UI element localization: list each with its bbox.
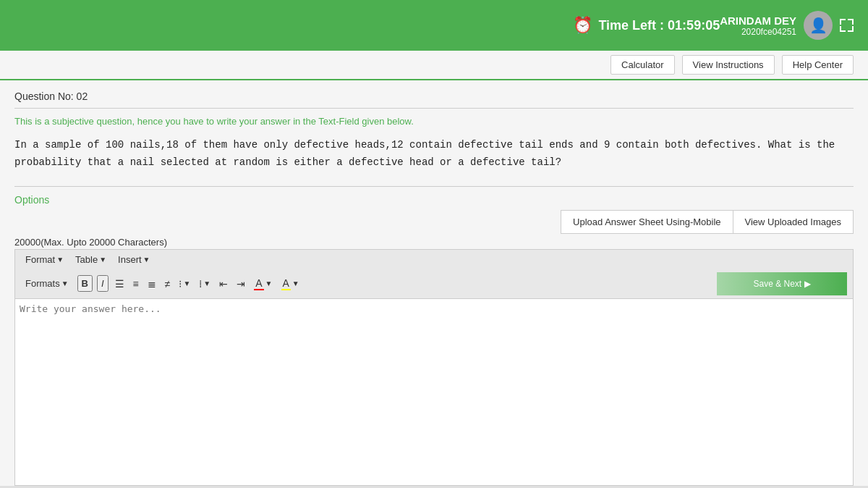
table-label: Table: [75, 254, 98, 265]
bg-color-icon[interactable]: A▼: [279, 276, 302, 292]
toolbar-row2: Formats ▼ B I ☰ ≡ ≣ ≠ ⁝▼ ⁞▼ ⇤ ⇥ A▼ A▼ Sa…: [14, 269, 854, 298]
view-uploaded-images-button[interactable]: View Uploaded Images: [733, 210, 854, 234]
table-arrow: ▼: [99, 256, 106, 264]
formats-arrow: ▼: [61, 279, 69, 287]
user-info: ARINDAM DEY 2020fce04251: [720, 14, 796, 37]
user-name: ARINDAM DEY: [720, 14, 796, 27]
question-number: Question No: 02: [14, 91, 854, 109]
timer-display: ⏰ Time Left : 01:59:05: [573, 16, 720, 35]
insert-menu[interactable]: Insert ▼: [114, 253, 154, 266]
text-editor-wrapper: [14, 298, 854, 486]
header: ⏰ Time Left : 01:59:05 ARINDAM DEY 2020f…: [0, 0, 868, 51]
format-menu[interactable]: Format ▼: [21, 253, 68, 266]
list-bullet-arrow: ▼: [203, 279, 210, 287]
list-ordered-arrow: ▼: [183, 279, 190, 287]
font-color-a: A: [254, 277, 263, 290]
answer-area: Upload Answer Sheet Using-Mobile View Up…: [14, 210, 854, 486]
help-center-button[interactable]: Help Center: [782, 55, 854, 75]
upload-row: Upload Answer Sheet Using-Mobile View Up…: [14, 210, 854, 234]
align-justify-icon[interactable]: ≠: [163, 277, 173, 291]
list-bullet-icon[interactable]: ⁞▼: [197, 277, 213, 291]
bold-button[interactable]: B: [77, 275, 93, 292]
divider: [14, 186, 854, 187]
formats-label: Formats: [25, 278, 60, 289]
format-label: Format: [25, 254, 55, 265]
insert-arrow: ▼: [143, 256, 150, 264]
insert-label: Insert: [118, 254, 142, 265]
char-count: 20000(Max. Upto 20000 Characters): [14, 237, 854, 248]
question-line2: probability that a nail selected at rand…: [14, 156, 561, 168]
toolbar-row1: Format ▼ Table ▼ Insert ▼: [14, 249, 854, 269]
avatar: 👤: [804, 11, 833, 40]
font-color-arrow: ▼: [265, 279, 273, 287]
list-ordered-icon[interactable]: ⁝▼: [176, 277, 192, 291]
bg-color-arrow: ▼: [292, 279, 299, 287]
formats-dropdown[interactable]: Formats ▼: [21, 277, 73, 290]
question-text: In a sample of 100 nails,18 of them have…: [14, 137, 854, 172]
answer-text-area[interactable]: [15, 299, 853, 485]
align-center-icon[interactable]: ≡: [131, 277, 141, 291]
upload-answer-button[interactable]: Upload Answer Sheet Using-Mobile: [561, 210, 733, 234]
timer-icon: ⏰: [573, 16, 592, 35]
bg-color-a: A: [281, 277, 291, 290]
question-line1: In a sample of 100 nails,18 of them have…: [14, 139, 835, 151]
align-right-icon[interactable]: ≣: [145, 277, 158, 291]
fullscreen-icon[interactable]: [840, 19, 854, 32]
subjective-hint: This is a subjective question, hence you…: [14, 116, 854, 127]
view-instructions-button[interactable]: View Instructions: [682, 55, 775, 75]
format-arrow: ▼: [56, 256, 64, 264]
sub-header: Calculator View Instructions Help Center: [0, 51, 868, 80]
italic-button[interactable]: I: [97, 275, 109, 292]
main-content: Question No: 02 This is a subjective que…: [0, 80, 868, 486]
user-section: ARINDAM DEY 2020fce04251 👤: [720, 11, 854, 40]
options-label: Options: [14, 194, 854, 206]
outdent-icon[interactable]: ⇤: [217, 277, 230, 291]
font-color-icon[interactable]: A▼: [252, 276, 274, 292]
calculator-button[interactable]: Calculator: [610, 55, 675, 75]
align-left-icon[interactable]: ☰: [113, 277, 127, 291]
table-menu[interactable]: Table ▼: [71, 253, 111, 266]
indent-icon[interactable]: ⇥: [234, 277, 247, 291]
save-next-button[interactable]: Save & Next ▶: [717, 272, 847, 295]
user-id: 2020fce04251: [720, 27, 796, 37]
timer-text: Time Left : 01:59:05: [598, 18, 720, 33]
